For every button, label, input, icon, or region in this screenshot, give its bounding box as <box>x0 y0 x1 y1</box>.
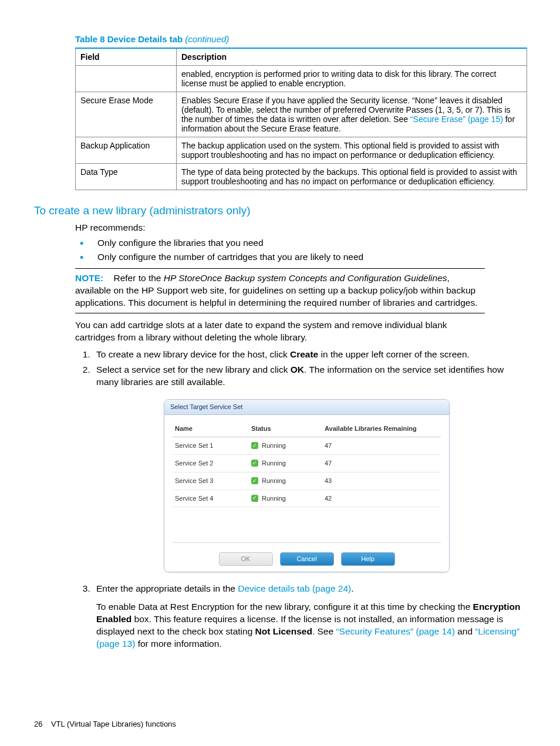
th-status: Status <box>249 421 322 437</box>
cell-avail: 42 <box>322 490 441 507</box>
table-row: enabled, encryption is performed prior t… <box>76 66 527 92</box>
page-footer: 26 VTL (Virtual Tape Libraries) function… <box>34 720 176 728</box>
list-item: Only configure the libraries that you ne… <box>75 238 526 248</box>
cell-status: Running <box>262 477 286 485</box>
cell-desc: Enables Secure Erase if you have applied… <box>177 92 527 137</box>
help-button[interactable]: Help <box>341 552 395 566</box>
cell-desc: The backup application used on the syste… <box>177 137 527 164</box>
security-features-link[interactable]: “Security Features” (page 14) <box>336 626 454 636</box>
th-field: Field <box>76 48 177 66</box>
running-icon <box>251 477 258 484</box>
table-title-text: Table 8 Device Details tab <box>75 34 183 44</box>
divider <box>173 542 441 543</box>
cell-field <box>76 66 177 92</box>
secure-erase-link[interactable]: “Secure Erase” (page 15) <box>410 114 503 124</box>
service-set-row[interactable]: Service Set 3 Running 43 <box>173 472 441 490</box>
steps-list: To create a new library device for the h… <box>93 349 526 650</box>
page-number: 26 <box>34 720 42 728</box>
th-name: Name <box>173 421 249 437</box>
step-3: Enter the appropriate details in the Dev… <box>93 583 526 650</box>
note-box: NOTE: Refer to the HP StoreOnce Backup s… <box>75 268 485 313</box>
table-row: Secure Erase Mode Enables Secure Erase i… <box>76 92 527 137</box>
dialog-title: Select Target Service Set <box>164 400 449 415</box>
table-continued: (continued) <box>185 34 229 44</box>
cell-avail: 47 <box>322 437 441 454</box>
cell-desc: The type of data being protected by the … <box>177 164 527 190</box>
cell-desc: enabled, encryption is performed prior t… <box>177 66 527 92</box>
footer-title: VTL (Virtual Tape Libraries) functions <box>51 720 176 728</box>
select-service-set-dialog: Select Target Service Set Name Status Av… <box>164 399 450 572</box>
service-set-table: Name Status Available Libraries Remainin… <box>173 421 441 507</box>
device-details-tab-link[interactable]: Device details tab (page 24) <box>238 583 351 593</box>
th-available: Available Libraries Remaining <box>322 421 441 437</box>
note-italic: HP StoreOnce Backup system Concepts and … <box>164 273 447 283</box>
th-description: Description <box>177 48 527 66</box>
step-1: To create a new library device for the h… <box>93 349 526 361</box>
cancel-button[interactable]: Cancel <box>280 552 334 566</box>
section-heading: To create a new library (administrators … <box>34 204 526 217</box>
service-set-row[interactable]: Service Set 4 Running 42 <box>173 490 441 507</box>
ok-button: OK <box>219 552 273 566</box>
list-item: Only configure the number of cartridges … <box>75 252 526 262</box>
cell-name: Service Set 1 <box>173 437 249 454</box>
cell-field: Secure Erase Mode <box>76 92 177 137</box>
table-row: Data Type The type of data being protect… <box>76 164 527 190</box>
cell-name: Service Set 2 <box>173 454 249 472</box>
cell-field: Backup Application <box>76 137 177 164</box>
note-label: NOTE: <box>75 273 103 283</box>
cell-name: Service Set 4 <box>173 490 249 507</box>
table-row: Backup Application The backup applicatio… <box>76 137 527 164</box>
step-2: Select a service set for the new library… <box>93 364 526 572</box>
device-details-table: Field Description enabled, encryption is… <box>75 48 527 190</box>
cell-status: Running <box>262 441 286 450</box>
cell-avail: 43 <box>322 472 441 490</box>
recommend-list: Only configure the libraries that you ne… <box>75 238 526 262</box>
cell-status: Running <box>262 459 286 468</box>
cell-name: Service Set 3 <box>173 472 249 490</box>
running-icon <box>251 495 258 502</box>
paragraph: You can add cartridge slots at a later d… <box>75 319 485 344</box>
table-caption: Table 8 Device Details tab (continued) <box>75 34 526 44</box>
recommends-intro: HP recommends: <box>75 222 526 234</box>
service-set-row[interactable]: Service Set 1 Running 47 <box>173 437 441 454</box>
cell-field: Data Type <box>76 164 177 190</box>
cell-avail: 47 <box>322 454 441 472</box>
cell-status: Running <box>262 494 286 503</box>
running-icon <box>251 442 258 449</box>
service-set-row[interactable]: Service Set 2 Running 47 <box>173 454 441 472</box>
running-icon <box>251 460 258 467</box>
